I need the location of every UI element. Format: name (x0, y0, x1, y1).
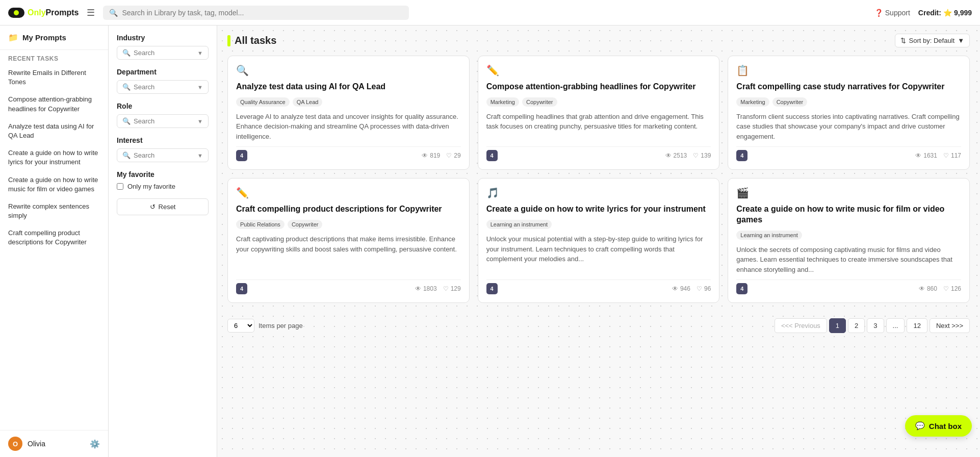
tag: Learning an instrument (736, 231, 802, 240)
sidebar-item-1[interactable]: Compose attention-grabbing headlines for… (0, 91, 108, 117)
task-card-4[interactable]: 🎵 Create a guide on how to write lyrics … (478, 178, 720, 303)
app-container: OnlyPrompts ☰ 🔍 ❓ Support Credit: ⭐ 9,99… (0, 0, 980, 457)
likes-count: 126 (951, 285, 961, 292)
heart-icon: ♡ (446, 152, 452, 159)
sidebar-item-2[interactable]: Analyze test data using AI for QA Lead (0, 118, 108, 144)
industry-filter: Industry 🔍 ▼ (117, 34, 209, 60)
department-search-input[interactable] (134, 83, 194, 91)
sort-icon: ⇅ (900, 37, 906, 44)
likes-stat: ♡ 96 (697, 285, 711, 292)
credit-badge: Credit: ⭐ 9,999 (918, 9, 972, 17)
reset-icon: ↺ (150, 203, 156, 211)
industry-label: Industry (117, 34, 209, 42)
card-tags: Learning an instrument (486, 220, 711, 229)
department-chevron-icon: ▼ (197, 84, 203, 90)
views-count: 1803 (423, 285, 437, 292)
sidebar-item-3[interactable]: Create a guide on how to write lyrics fo… (0, 144, 108, 171)
views-stat: 👁 860 (919, 285, 937, 292)
sidebar-footer: O Olivia ⚙️ (0, 430, 108, 457)
eye-icon: 👁 (665, 152, 672, 159)
card-icon: 🎵 (486, 187, 711, 199)
heart-icon: ♡ (443, 285, 449, 292)
task-card-1[interactable]: ✏️ Compose attention-grabbing headlines … (478, 56, 720, 170)
pagination-container: <<< Previous123...12Next >>> (775, 318, 970, 333)
eye-icon: 👁 (422, 152, 428, 159)
main-content: 📁 My Prompts Recent Tasks Rewrite Emails… (0, 26, 980, 457)
interest-search-icon: 🔍 (122, 151, 131, 159)
reset-button[interactable]: ↺ Reset (117, 198, 209, 215)
topbar: OnlyPrompts ☰ 🔍 ❓ Support Credit: ⭐ 9,99… (0, 0, 980, 26)
tag: Public Relations (236, 220, 285, 229)
page-btn-1[interactable]: 1 (829, 318, 846, 333)
my-favorite-label: My favorite (117, 170, 209, 179)
page-btn-2[interactable]: 2 (848, 318, 865, 333)
likes-stat: ♡ 129 (443, 285, 461, 292)
chatbox-label: Chat box (929, 422, 962, 430)
chatbox-button[interactable]: 💬 Chat box (905, 415, 972, 437)
sort-button[interactable]: ⇅ Sort by: Default ▼ (895, 34, 970, 47)
only-my-favorite-checkbox[interactable] (117, 183, 123, 190)
task-card-5[interactable]: 🎬 Create a guide on how to write music f… (728, 178, 970, 303)
views-stat: 👁 946 (672, 285, 690, 292)
global-search-input[interactable] (122, 9, 403, 17)
task-card-3[interactable]: ✏️ Craft compelling product descriptions… (227, 178, 470, 303)
card-badge: 4 (486, 150, 498, 161)
likes-count: 129 (451, 285, 461, 292)
heart-icon: ♡ (693, 152, 699, 159)
card-badge: 4 (236, 283, 247, 294)
card-title: Compose attention-grabbing headlines for… (486, 82, 711, 92)
card-title: Create a guide on how to write lyrics fo… (486, 204, 711, 215)
pagination-bar: 6 12 24 Items per page <<< Previous123..… (227, 313, 970, 338)
support-button[interactable]: ❓ Support (874, 9, 910, 17)
card-icon: ✏️ (236, 187, 461, 199)
sidebar-item-4[interactable]: Create a guide on how to write music for… (0, 171, 108, 198)
my-prompts-label: My Prompts (22, 33, 66, 42)
views-count: 2513 (674, 152, 687, 159)
logo-text: OnlyPrompts (28, 8, 79, 17)
only-my-favorite-checkbox-label[interactable]: Only my favorite (117, 183, 209, 190)
my-prompts-nav[interactable]: 📁 My Prompts (0, 26, 108, 50)
views-stat: 👁 819 (422, 152, 440, 159)
card-badge: 4 (236, 150, 247, 161)
page-btn-12[interactable]: 12 (907, 318, 927, 333)
card-icon: ✏️ (486, 64, 711, 77)
reset-label: Reset (159, 203, 176, 211)
card-stats: 👁 819 ♡ 29 (422, 152, 460, 159)
support-label: Support (885, 9, 910, 17)
sidebar-item-6[interactable]: Craft compelling product descriptions fo… (0, 224, 108, 251)
tag: Copywriter (772, 97, 808, 107)
card-tags: Learning an instrument (736, 231, 961, 240)
menu-icon[interactable]: ☰ (85, 5, 97, 20)
eye-icon: 👁 (915, 152, 921, 159)
per-page-select[interactable]: 6 12 24 (227, 319, 254, 333)
task-card-2[interactable]: 📋 Craft compelling case study narratives… (728, 56, 970, 170)
card-stats: 👁 2513 ♡ 139 (665, 152, 711, 159)
topbar-right: ❓ Support Credit: ⭐ 9,999 (874, 9, 972, 17)
role-chevron-icon: ▼ (197, 118, 203, 124)
views-stat: 👁 1803 (415, 285, 437, 292)
card-description: Unlock the secrets of composing captivat… (736, 245, 961, 275)
page-btn-3[interactable]: 3 (867, 318, 884, 333)
sidebar-item-5[interactable]: Rewrite complex sentences simply (0, 198, 108, 224)
tag: Learning an instrument (486, 220, 552, 229)
interest-search-input[interactable] (134, 151, 194, 159)
card-stats: 👁 946 ♡ 96 (672, 285, 711, 292)
sidebar: 📁 My Prompts Recent Tasks Rewrite Emails… (0, 26, 109, 457)
tag: QA Lead (293, 97, 323, 107)
sidebar-item-0[interactable]: Rewrite Emails in Different Tones (0, 64, 108, 91)
avatar: O (8, 437, 22, 451)
next-page-button[interactable]: Next >>> (930, 318, 970, 333)
industry-search-input[interactable] (134, 49, 194, 57)
settings-icon[interactable]: ⚙️ (90, 439, 100, 449)
interest-chevron-icon: ▼ (197, 153, 203, 159)
industry-chevron-icon: ▼ (197, 50, 203, 56)
role-search-input[interactable] (134, 117, 194, 125)
support-icon: ❓ (874, 9, 883, 17)
task-card-0[interactable]: 🔍 Analyze test data using AI for QA Lead… (227, 56, 470, 170)
card-footer: 4 👁 1803 ♡ 129 (236, 280, 461, 294)
card-description: Craft compelling headlines that grab att… (486, 112, 711, 142)
prev-page-button[interactable]: <<< Previous (775, 318, 827, 333)
card-icon: 🔍 (236, 64, 461, 77)
chatbox-icon: 💬 (915, 421, 925, 430)
card-description: Craft captivating product descriptions t… (236, 234, 461, 274)
